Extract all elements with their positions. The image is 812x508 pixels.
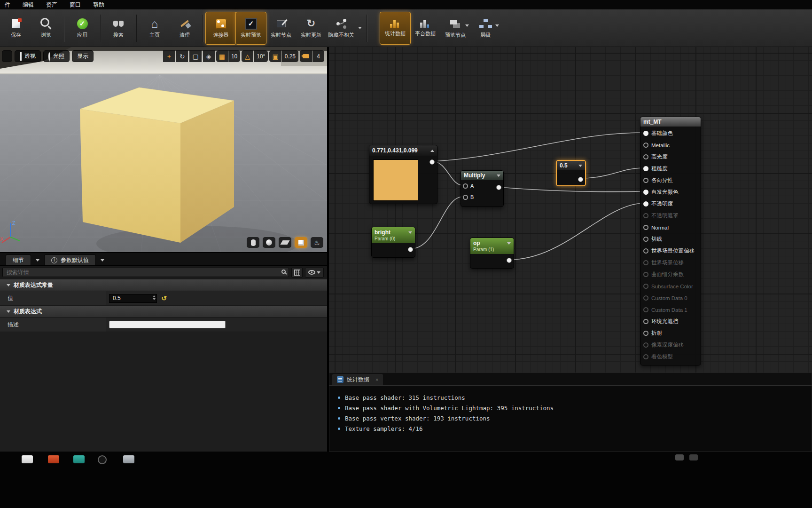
menu-item-edit[interactable]: 编辑 (23, 1, 34, 9)
grid-snap-value[interactable]: 10 (228, 50, 240, 62)
pin-circle[interactable] (643, 166, 648, 171)
taskbar-icon-3[interactable] (73, 455, 85, 463)
pin-circle[interactable] (643, 154, 648, 159)
input-pin-a[interactable] (463, 183, 468, 189)
node-param-bright[interactable]: bright Param (0) (371, 227, 415, 258)
camera-speed-button[interactable] (300, 50, 312, 62)
cleanup-button[interactable]: 清理 (170, 12, 200, 44)
taskbar-icon-5[interactable] (123, 455, 134, 463)
value-input[interactable] (109, 294, 157, 303)
connectors-button[interactable]: 连接器 (206, 12, 236, 44)
grid-snap-button[interactable]: ▦ (216, 50, 228, 62)
live-update-button[interactable]: 实时更新 (296, 12, 326, 44)
preview-cylinder-button[interactable] (247, 237, 259, 248)
reset-to-default-icon[interactable] (161, 294, 167, 302)
pin-circle[interactable] (643, 331, 648, 336)
material-node-graph[interactable]: 0.771,0.431,0.099 Multiply A B 0.5 (329, 47, 812, 373)
pin-row-basecolor[interactable]: 基础颜色 (640, 127, 701, 139)
tab-details[interactable]: 细节 (6, 254, 31, 265)
preview-mesh-button[interactable] (311, 237, 323, 248)
camera-speed-value[interactable]: 4 (312, 50, 324, 62)
rotation-snap-value[interactable]: 10° (254, 50, 268, 62)
menu-item-file[interactable]: 件 (5, 1, 10, 9)
preview-cube-button[interactable] (295, 237, 307, 248)
pin-circle[interactable] (643, 201, 648, 206)
search-details-input[interactable] (2, 268, 289, 277)
input-pin-b[interactable] (463, 195, 468, 200)
pin-circle[interactable] (643, 225, 648, 230)
pin-row-tangent[interactable]: 切线 (640, 233, 701, 245)
pin-row-specular[interactable]: 高光度 (640, 151, 701, 163)
node-material-result[interactable]: mt_MT 基础颜色 Metallic 高光度 粗糙度 各向异性 自发光颜色 不… (640, 117, 701, 365)
node-constant3vector[interactable]: 0.771,0.431,0.099 (369, 145, 437, 204)
section-material-expression[interactable]: 材质表达式 (0, 306, 327, 318)
pin-row-world-position-offset[interactable]: 世界场景位置偏移 (640, 245, 701, 257)
browse-button[interactable]: 浏览 (31, 12, 61, 44)
scale-button[interactable]: ▢ (189, 50, 201, 62)
taskbar-tray-icon-1[interactable] (675, 454, 684, 460)
live-nodes-button[interactable]: 实时节点 (266, 12, 296, 44)
pin-circle[interactable] (643, 319, 648, 324)
pin-circle[interactable] (643, 190, 648, 195)
pin-circle[interactable] (643, 143, 648, 148)
preview-sphere-button[interactable] (263, 237, 275, 248)
collapse-icon[interactable] (430, 150, 434, 152)
pin-row-metallic[interactable]: Metallic (640, 139, 701, 151)
platform-stats-button[interactable]: 平台数据 (410, 12, 440, 44)
description-input[interactable] (109, 321, 226, 328)
save-button[interactable]: 保存 (1, 12, 31, 44)
output-pin[interactable] (578, 177, 583, 182)
taskbar-icon-2[interactable] (48, 455, 59, 463)
output-pin[interactable] (496, 185, 501, 190)
taskbar-icon-4[interactable] (98, 455, 107, 464)
viewport-options-button[interactable] (2, 50, 12, 62)
collapse-icon[interactable] (408, 231, 412, 234)
chevron-down-icon[interactable] (465, 24, 469, 27)
pin-row-emissive[interactable]: 自发光颜色 (640, 186, 701, 198)
hide-unrelated-button[interactable]: 隐藏不相关 (326, 12, 356, 44)
value-spinner[interactable] (153, 295, 156, 300)
scale-snap-value[interactable]: 0.25 (282, 50, 298, 62)
node-constant-05[interactable]: 0.5 (556, 160, 586, 186)
chevron-down-icon[interactable] (101, 259, 104, 262)
perspective-button[interactable]: 透视 (15, 50, 41, 62)
output-pin[interactable] (408, 247, 413, 252)
pin-circle[interactable] (643, 178, 648, 183)
rotate-button[interactable]: ↻ (176, 50, 188, 62)
pin-circle[interactable] (643, 237, 648, 242)
hide-unrelated-dropdown[interactable] (356, 12, 364, 44)
taskbar-tray-icon-2[interactable] (689, 454, 698, 460)
pin-row-ambient-occlusion[interactable]: 环境光遮挡 (640, 316, 701, 327)
collapse-icon[interactable] (507, 242, 511, 245)
hierarchy-button[interactable]: 层级 (470, 12, 500, 44)
pin-row-opacity[interactable]: 不透明度 (640, 198, 701, 210)
preview-state-button[interactable]: 预览节点 (440, 12, 470, 44)
output-pin[interactable] (429, 159, 435, 165)
collapse-icon[interactable] (497, 175, 500, 177)
preview-viewport[interactable]: Z X 透视 光照 显示 + ↻ ▢ ◈ ▦ 10 △ (0, 47, 327, 252)
apply-button[interactable]: 应用 (67, 12, 97, 44)
output-pin[interactable] (507, 258, 512, 263)
home-button[interactable]: 主页 (140, 12, 170, 44)
pin-circle[interactable] (643, 131, 648, 136)
view-options-button[interactable] (305, 268, 324, 278)
tab-stats[interactable]: 统计数据 × (332, 374, 383, 385)
scale-snap-button[interactable]: ▣ (269, 50, 281, 62)
section-material-expression-constant[interactable]: 材质表达式常量 (0, 279, 327, 291)
menu-item-window[interactable]: 窗口 (70, 1, 81, 9)
tab-parameter-defaults[interactable]: 参数默认值 (44, 254, 96, 265)
pin-row-normal[interactable]: Normal (640, 222, 701, 233)
pin-row-anisotropy[interactable]: 各向异性 (640, 175, 701, 186)
chevron-down-icon[interactable] (36, 259, 39, 262)
rotation-snap-button[interactable]: △ (242, 50, 253, 62)
live-preview-button[interactable]: 实时预览 (236, 12, 266, 44)
taskbar-icon-1[interactable] (22, 455, 33, 463)
property-matrix-button[interactable] (291, 268, 303, 278)
node-param-op[interactable]: op Param (1) (470, 238, 514, 269)
close-tab-icon[interactable]: × (375, 377, 378, 382)
color-swatch[interactable] (373, 159, 418, 201)
show-button[interactable]: 显示 (72, 50, 94, 62)
pin-row-refraction[interactable]: 折射 (640, 327, 701, 339)
lighting-button[interactable]: 光照 (43, 50, 70, 62)
pin-circle[interactable] (643, 248, 648, 254)
